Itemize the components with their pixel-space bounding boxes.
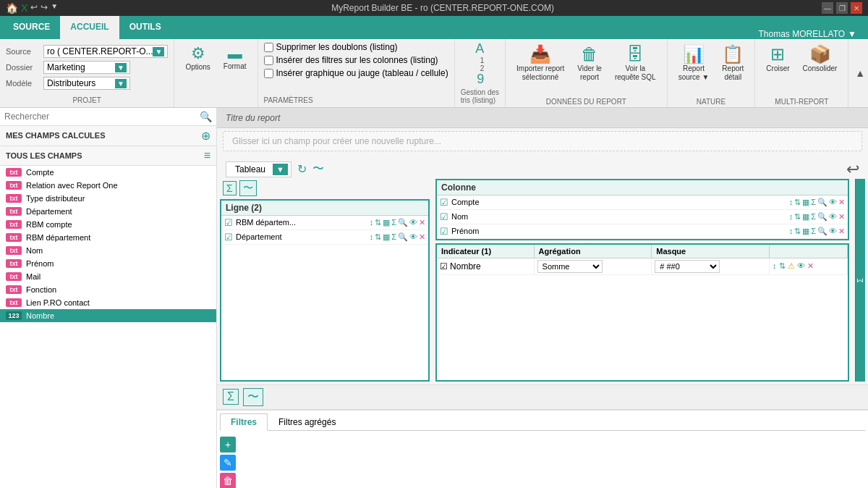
pi7[interactable]: ✕ [838,227,845,236]
list-item[interactable]: txt Compte [0,166,216,179]
search-icon[interactable]: 🔍 [200,111,212,122]
vider-btn[interactable]: 🗑 Vider lereport [572,42,607,85]
left-sigma-icon[interactable]: Σ [223,181,237,195]
sql-btn[interactable]: 🗄 Voir larequête SQL [610,42,661,85]
filter-delete-btn[interactable]: 🗑 [220,473,236,488]
list-item[interactable]: txt Département [0,205,216,218]
pi5[interactable]: 🔍 [817,227,827,236]
checkbox-graphique[interactable]: Insérer graphique ou jauge (tableau / ce… [264,68,448,78]
search2-icon[interactable]: 🔍 [398,218,408,227]
source-dropdown[interactable]: ▼ [153,47,164,56]
format-btn[interactable]: ▬ Format [218,43,252,75]
pi1[interactable]: ↕ [789,227,793,236]
filter-edit-btn[interactable]: ✎ [220,455,236,471]
list-item[interactable]: txt RBM département [0,231,216,244]
prenom-checkbox[interactable]: ☑ [440,226,448,237]
list-item[interactable]: txt Prénom [0,257,216,270]
sort-icon2[interactable]: ↕ [370,232,374,242]
ind-i4[interactable]: 👁 [797,261,805,270]
eye-icon2[interactable]: 👁 [409,232,417,242]
modele-dropdown[interactable]: ▼ [115,79,127,88]
ni6[interactable]: 👁 [829,212,837,222]
tab-filtres-agreges[interactable]: Filtres agrégés [268,413,346,430]
ci1[interactable]: ↕ [789,198,793,207]
tab-outils[interactable]: OUTILS [119,16,171,39]
croiser-btn[interactable]: ⊞ Croiser [761,42,794,77]
ni1[interactable]: ↕ [789,212,793,222]
modele-value[interactable]: Distributeurs ▼ [43,77,130,90]
sort-icon[interactable]: ↕ [370,218,374,227]
aggregation-select[interactable]: Somme [537,260,603,273]
widget-selector[interactable]: Tableau ▼ [226,161,292,177]
report-source-btn[interactable]: 📊 Reportsource ▼ [673,42,715,85]
options-btn[interactable]: ⚙ Options [180,42,215,75]
ci3[interactable]: ▦ [802,198,809,207]
move-icon2[interactable]: ⇅ [375,232,381,242]
ci2[interactable]: ⇅ [794,198,801,207]
tab-source[interactable]: SOURCE [3,16,60,39]
search3-icon[interactable]: 🔍 [398,232,408,242]
dossier-dropdown[interactable]: ▼ [115,63,127,72]
list-item[interactable]: txt Nom [0,244,216,257]
minimize-btn[interactable]: — [822,2,833,14]
window-controls[interactable]: — ❐ ✕ [822,2,862,14]
ind-i1[interactable]: ↕ [773,261,777,270]
sigma-icon2[interactable]: Σ [391,232,396,242]
ni7[interactable]: ✕ [838,212,845,222]
list-item[interactable]: txt Lien P.RO contact [0,296,216,309]
restore-btn[interactable]: ❐ [836,2,848,14]
ni2[interactable]: ⇅ [794,212,801,222]
ci5[interactable]: 🔍 [817,198,827,207]
delete-icon2[interactable]: ✕ [419,232,425,242]
tous-champs-menu-icon[interactable]: ≡ [204,149,210,162]
widget-refresh-icon[interactable]: ↻ [297,162,307,176]
ci7[interactable]: ✕ [838,198,845,207]
list-item[interactable]: txt Type distributeur [0,192,216,205]
pi3[interactable]: ▦ [802,227,809,236]
ind-i3[interactable]: ⚠ [788,261,795,270]
user-dropdown-icon[interactable]: ▼ [848,29,856,39]
dossier-value[interactable]: Marketing ▼ [43,61,130,74]
ci4[interactable]: Σ [811,198,816,207]
tab-filtres[interactable]: Filtres [220,413,268,431]
checkbox-filtres-input[interactable] [264,56,273,65]
delete-icon[interactable]: ✕ [419,218,425,227]
list-item[interactable]: txt Mail [0,270,216,283]
eye-icon[interactable]: 👁 [409,218,417,227]
search-input[interactable] [4,112,200,122]
checkbox-graphique-input[interactable] [264,69,273,78]
list-item[interactable]: txt Fonction [0,283,216,296]
ni5[interactable]: 🔍 [817,212,827,222]
group-icon[interactable]: ▦ [383,218,390,227]
ni3[interactable]: ▦ [802,212,809,222]
list-item[interactable]: txt Relation avec Report One [0,179,216,192]
consolider-btn[interactable]: 📦 Consolider [798,42,843,77]
left-wave-icon[interactable]: 〜 [239,180,257,196]
filter-add-btn[interactable]: + [220,437,236,453]
ribbon-expand-icon[interactable]: ▲ [855,67,865,79]
ci6[interactable]: 👁 [829,198,837,207]
source-value[interactable]: ro ( CENTER.REPORT-O... ▼ [43,45,168,58]
pi6[interactable]: 👁 [829,227,837,236]
compte-checkbox[interactable]: ☑ [440,197,448,208]
bottom-sigma-icon[interactable]: Σ [223,389,239,405]
mask-select[interactable]: # ##0 [655,260,720,273]
redo-icon[interactable]: ↪ [41,2,48,14]
rbm-checkbox[interactable]: ☑ [224,217,233,228]
group-icon2[interactable]: ▦ [383,232,390,242]
ind-i2[interactable]: ⇅ [779,261,786,270]
move-icon[interactable]: ⇅ [375,218,381,227]
dropdown-icon[interactable]: ▼ [51,2,58,14]
ind-i5[interactable]: ✕ [807,261,814,270]
list-item[interactable]: 123 Nombre [0,309,216,322]
report-detail-btn[interactable]: 📋 Reportdétail [717,42,749,85]
ni4[interactable]: Σ [811,212,816,222]
checkbox-filtres[interactable]: Insérer des filtres sur les colonnes (li… [264,55,448,65]
nombre-ind-checkbox[interactable]: ☑ [440,261,448,272]
checkbox-doublons[interactable]: Supprimer les doublons (listing) [264,42,448,52]
rotate-icon[interactable]: ↩ [846,160,859,179]
bottom-wave-icon[interactable]: 〜 [243,388,263,406]
nom-checkbox[interactable]: ☑ [440,211,448,222]
pi4[interactable]: Σ [811,227,816,236]
pi2[interactable]: ⇅ [794,227,801,236]
